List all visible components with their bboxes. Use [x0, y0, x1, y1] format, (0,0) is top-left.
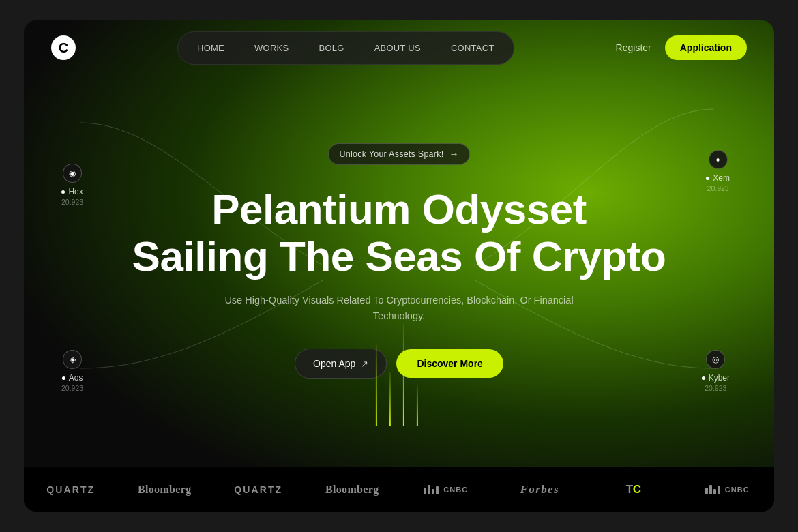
nav-bolg[interactable]: BOLG [304, 38, 359, 59]
hero-badge-text: Unlock Your Assets Spark! [340, 149, 444, 159]
node-aos: ◈ Aos 20.923 [61, 350, 83, 392]
kyber-indicator [702, 376, 705, 380]
open-app-button[interactable]: Open App ↗ [295, 349, 387, 379]
cnbc-icon-1: CNBC [424, 485, 468, 494]
logo[interactable]: C [51, 35, 76, 60]
kyber-label: Kyber [709, 373, 730, 383]
hero-title-line2: Sailing The Seas Of Crypto [132, 233, 666, 280]
logos-bar: QUARTZ Bloomberg QUARTZ Bloomberg CNBC F… [24, 467, 774, 512]
hero-title-line1: Pelantium Odysset [211, 186, 587, 233]
register-button[interactable]: Register [616, 42, 651, 53]
chart-decoration [376, 317, 418, 426]
main-container: C HOME WORKS BOLG ABOUT US CONTACT Regis… [24, 20, 774, 512]
aos-indicator [62, 376, 65, 380]
hex-value: 20.923 [61, 198, 83, 206]
nav-works[interactable]: WORKS [239, 38, 304, 59]
kyber-value: 20.923 [705, 384, 726, 392]
nav-home[interactable]: HOME [182, 38, 239, 59]
aos-value: 20.923 [61, 384, 83, 392]
kyber-dot: ◎ [706, 350, 725, 369]
logo-forbes: Forbes [493, 467, 587, 512]
open-app-arrow-icon: ↗ [361, 359, 368, 369]
hero-badge[interactable]: Unlock Your Assets Spark! → [328, 143, 471, 165]
aos-dot: ◈ [63, 350, 82, 369]
xem-value: 20.923 [707, 184, 729, 192]
hero-section: ◉ Hex 20.923 ♦ Xem 20.923 ◈ A [24, 75, 774, 467]
logo-bloomberg-2: Bloomberg [306, 467, 400, 512]
xem-label: Xem [713, 173, 730, 183]
hero-title: Pelantium Odysset Sailing The Seas Of Cr… [132, 186, 666, 280]
node-kyber: ◎ Kyber 20.923 [702, 350, 730, 392]
cnbc-bars-1 [424, 485, 439, 494]
chart-line-1 [376, 344, 377, 426]
nav-links: HOME WORKS BOLG ABOUT US CONTACT [177, 31, 514, 65]
node-xem: ♦ Xem 20.923 [706, 150, 730, 192]
hex-dot: ◉ [63, 164, 82, 183]
hex-label: Hex [68, 187, 83, 196]
aos-label: Aos [69, 373, 83, 383]
chart-line-4 [417, 385, 418, 426]
logo-cnbc-1: CNBC [399, 467, 493, 512]
nav-contact[interactable]: CONTACT [436, 38, 509, 59]
chart-line-2 [389, 372, 391, 426]
nav-right: Register Application [616, 35, 747, 60]
logo-symbol: C [51, 35, 76, 60]
application-button[interactable]: Application [665, 35, 747, 60]
hex-indicator [61, 190, 65, 194]
cnbc-icon-2: CNBC [705, 485, 750, 494]
navbar: C HOME WORKS BOLG ABOUT US CONTACT Regis… [24, 20, 774, 75]
xem-dot: ♦ [709, 150, 728, 169]
node-hex: ◉ Hex 20.923 [61, 164, 83, 206]
chart-line-3 [403, 324, 404, 426]
badge-arrow-icon: → [449, 149, 458, 160]
cnbc-bars-2 [705, 485, 720, 494]
logo-quartz-2: QUARTZ [211, 467, 306, 512]
logo-techcrunch: TC [587, 467, 681, 512]
nav-about[interactable]: ABOUT US [359, 38, 436, 59]
xem-indicator [706, 177, 709, 180]
logo-bloomberg-1: Bloomberg [118, 467, 212, 512]
open-app-label: Open App [313, 358, 355, 369]
logo-cnbc-2: CNBC [681, 467, 775, 512]
logo-quartz-1: QUARTZ [24, 467, 118, 512]
